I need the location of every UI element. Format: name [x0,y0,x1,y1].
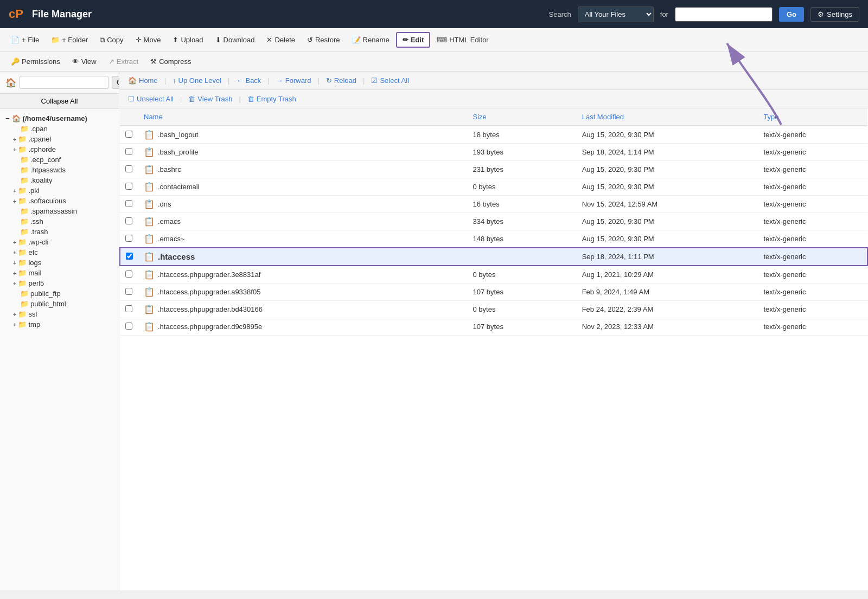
table-row[interactable]: 📋 .bash_logout 18 bytes Aug 15, 2020, 9:… [120,126,867,144]
row-checkbox-cell[interactable] [120,266,138,284]
row-modified-cell: Aug 1, 2021, 10:29 AM [577,266,758,284]
sidebar-item-koality[interactable]: 📁.koality [11,175,116,185]
row-checkbox-cell[interactable] [120,284,138,301]
html-editor-button[interactable]: ⌨ HTML Editor [431,33,494,47]
sidebar-go-button[interactable]: Go [112,76,119,89]
row-checkbox[interactable] [125,323,132,330]
sidebar-item-cphorde[interactable]: +📁.cphorde [11,144,116,154]
row-checkbox[interactable] [125,305,132,312]
expand-icon: + [13,136,16,143]
file-panel: 🏠 Home | ↑ Up One Level | ← Back | → For… [119,72,868,590]
sidebar-item-mail[interactable]: +📁mail [11,268,116,278]
table-row[interactable]: 📋 .htaccess Sep 18, 2024, 1:11 PM text/x… [120,248,867,266]
extract-icon: ↗ [108,57,114,66]
row-checkbox-cell[interactable] [120,178,138,196]
upload-button[interactable]: ⬆ Upload [167,33,208,47]
table-row[interactable]: 📋 .dns 16 bytes Nov 15, 2024, 12:59 AM t… [120,196,867,213]
row-checkbox-cell[interactable] [120,144,138,161]
row-checkbox[interactable] [125,200,132,207]
row-checkbox[interactable] [125,235,132,242]
view-button[interactable]: 👁 View [67,55,102,68]
copy-button[interactable]: ⧉ Copy [94,33,129,47]
row-checkbox-cell[interactable] [120,213,138,230]
view-trash-button[interactable]: 🗑 View Trash [184,93,237,105]
search-go-button[interactable]: Go [779,7,804,22]
row-checkbox-cell[interactable] [120,230,138,248]
permissions-button[interactable]: 🔑 Permissions [5,55,66,68]
sidebar-item-logs[interactable]: +📁logs [11,257,116,268]
sidebar-item-tmp[interactable]: +📁tmp [11,319,116,330]
table-row[interactable]: 📋 .htaccess.phpupgrader.d9c9895e 107 byt… [120,318,867,336]
download-button[interactable]: ⬇ Download [210,33,260,47]
row-checkbox[interactable] [125,217,132,224]
table-row[interactable]: 📋 .bashrc 231 bytes Aug 15, 2020, 9:30 P… [120,161,867,178]
row-checkbox-cell[interactable] [120,248,138,266]
home-nav-button[interactable]: 🏠 Home [124,74,162,87]
tree-root-label: (/home4/username) [23,114,87,123]
sidebar-item-pki[interactable]: +📁.pki [11,185,116,196]
sidebar-item-etc[interactable]: +📁etc [11,247,116,257]
up-level-button[interactable]: ↑ Up One Level [168,74,226,87]
sidebar-item-softaculous[interactable]: +📁.softaculous [11,196,116,206]
row-checkbox[interactable] [126,253,133,260]
table-row[interactable]: 📋 .contactemail 0 bytes Aug 15, 2020, 9:… [120,178,867,196]
sidebar-item-trash[interactable]: 📁.trash [11,227,116,237]
table-row[interactable]: 📋 .htaccess.phpupgrader.bd430166 0 bytes… [120,301,867,318]
size-col-header[interactable]: Size [468,108,577,126]
search-input[interactable] [675,7,773,22]
row-checkbox-cell[interactable] [120,161,138,178]
select-all-button[interactable]: ☑ Select All [367,74,413,87]
row-modified-cell: Sep 18, 2024, 1:11 PM [577,248,758,266]
new-folder-button[interactable]: 📁 + Folder [46,33,93,47]
row-checkbox-cell[interactable] [120,196,138,213]
row-checkbox[interactable] [125,288,132,295]
sidebar-item-public_html[interactable]: 📁public_html [11,299,116,309]
forward-button[interactable]: → Forward [272,74,316,87]
rename-button[interactable]: 📝 Rename [347,33,395,47]
tree-root[interactable]: − 🏠 (/home4/username) [3,113,116,124]
sidebar-item-spamassassin[interactable]: 📁.spamassassin [11,206,116,216]
row-checkbox-cell[interactable] [120,301,138,318]
sidebar-item-perl5[interactable]: +📁perl5 [11,278,116,288]
restore-button[interactable]: ↺ Restore [302,33,346,47]
unselect-all-button[interactable]: ☐ Unselect All [124,93,178,105]
modified-col-header[interactable]: Last Modified [577,108,758,126]
table-row[interactable]: 📋 .bash_profile 193 bytes Sep 18, 2024, … [120,144,867,161]
reload-button[interactable]: ↻ Reload [322,74,361,87]
type-col-header[interactable]: Type [758,108,867,126]
new-file-button[interactable]: 📄 + File [5,33,44,47]
sidebar-item-cpan[interactable]: 📁.cpan [11,124,116,134]
name-col-header[interactable]: Name [138,108,468,126]
path-input[interactable] [20,76,108,89]
extract-button[interactable]: ↗ Extract [103,55,144,68]
sidebar-item-ssh[interactable]: 📁.ssh [11,216,116,227]
row-size-cell: 16 bytes [468,196,577,213]
table-row[interactable]: 📋 .emacs~ 148 bytes Aug 15, 2020, 9:30 P… [120,230,867,248]
sidebar-item-htpasswds[interactable]: 📁.htpasswds [11,165,116,175]
collapse-all-button[interactable]: Collapse All [0,94,119,109]
sidebar-item-ssl[interactable]: +📁ssl [11,309,116,319]
row-checkbox[interactable] [125,270,132,278]
row-checkbox[interactable] [125,148,132,155]
sidebar-item-cpanel[interactable]: +📁.cpanel [11,134,116,144]
empty-trash-button[interactable]: 🗑 Empty Trash [243,93,301,105]
row-checkbox-cell[interactable] [120,318,138,336]
back-button[interactable]: ← Back [232,74,265,87]
sidebar-item-public_ftp[interactable]: 📁public_ftp [11,288,116,299]
sidebar-item-ecp_conf[interactable]: 📁.ecp_conf [11,154,116,165]
cpanel-logo: cP [9,7,23,21]
table-row[interactable]: 📋 .htaccess.phpupgrader.a9338f05 107 byt… [120,284,867,301]
row-checkbox[interactable] [125,183,132,190]
row-checkbox-cell[interactable] [120,126,138,144]
table-row[interactable]: 📋 .htaccess.phpupgrader.3e8831af 0 bytes… [120,266,867,284]
search-scope-select[interactable]: All Your Files [578,7,654,22]
edit-button[interactable]: ✏ Edit [396,32,431,48]
settings-button[interactable]: ⚙ Settings [810,7,859,22]
sidebar-item-wp-cli[interactable]: +📁.wp-cli [11,237,116,247]
row-checkbox[interactable] [125,131,132,138]
table-row[interactable]: 📋 .emacs 334 bytes Aug 15, 2020, 9:30 PM… [120,213,867,230]
move-button[interactable]: ✛ Move [130,33,167,47]
row-checkbox[interactable] [125,165,132,172]
delete-button[interactable]: ✕ Delete [261,33,301,47]
compress-button[interactable]: ⚒ Compress [145,55,196,68]
